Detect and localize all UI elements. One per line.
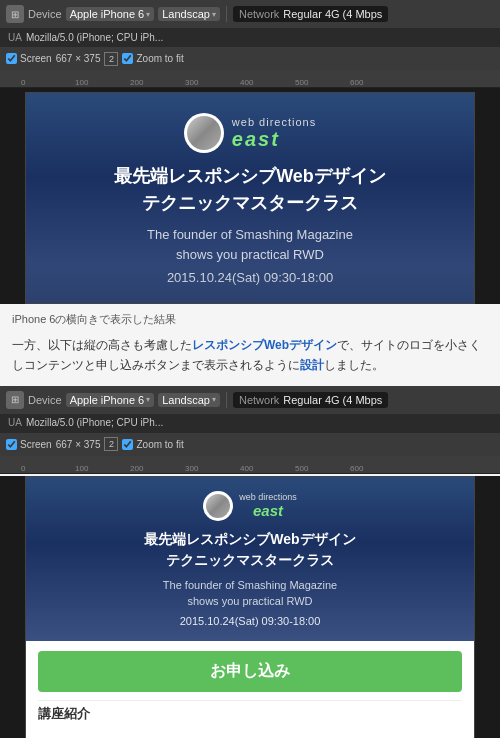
hero-title-2: 最先端レスポンシブWebデザイン テクニックマスタークラス	[42, 529, 458, 571]
screen-check-2[interactable]: Screen	[6, 439, 52, 450]
device-icon-2: ⊞	[6, 391, 24, 409]
logo-area-2: web directions east	[42, 491, 458, 521]
hero-subtitle-1: The founder of Smashing Magazine shows y…	[42, 225, 458, 264]
device-selector[interactable]: Apple iPhone 6 ▾	[66, 7, 155, 21]
ua-bar-2: UA Mozilla/5.0 (iPhone; CPU iPh...	[0, 414, 500, 432]
caption-1: iPhone 6の横向きで表示した結果	[12, 312, 488, 327]
logo-text-1: web directions east	[232, 116, 316, 151]
ua-value-2: Mozilla/5.0 (iPhone; CPU iPh...	[26, 417, 163, 428]
zoom-check-2[interactable]: Zoom to fit	[122, 439, 183, 450]
logo-top-text-1: web directions	[232, 116, 316, 128]
signup-button[interactable]: お申し込み	[38, 651, 462, 692]
logo-east-2: east	[239, 502, 297, 519]
logo-east-text-1: east	[232, 128, 316, 151]
page-body: iPhone 6の横向きで表示した結果 一方、以下は縦の高さも考慮したレスポンシ…	[0, 304, 500, 386]
logo-image-1	[187, 116, 221, 150]
zoom-checkbox-2[interactable]	[122, 439, 133, 450]
network-value-2: Regular 4G (4 Mbps	[283, 394, 382, 406]
logo-circle-1	[184, 113, 224, 153]
logo-area-1: web directions east	[42, 113, 458, 153]
device-label-2: Device	[28, 394, 62, 406]
hero-section-1: web directions east 最先端レスポンシブWebデザイン テクニ…	[26, 93, 474, 303]
sub-toolbar-2: Screen 667 × 375 2 Zoom to fit	[0, 432, 500, 456]
signup-section: お申し込み 講座紹介	[26, 641, 474, 733]
separator-2	[226, 392, 227, 408]
zoom-check[interactable]: Zoom to fit	[122, 53, 183, 64]
box-input-2[interactable]: 2	[104, 437, 118, 451]
orientation-selector[interactable]: Landscap ▾	[158, 7, 220, 21]
ruler-horizontal: 0 100 200 300 400 500 600	[0, 70, 500, 88]
network-panel-2: Network Regular 4G (4 Mbps	[233, 392, 388, 408]
device-label: Device	[28, 8, 62, 20]
screen-checkbox[interactable]	[6, 53, 17, 64]
network-value: Regular 4G (4 Mbps	[283, 8, 382, 20]
screen-checkbox-2[interactable]	[6, 439, 17, 450]
preview-container-2: web directions east 最先端レスポンシブWebデザイン テクニ…	[0, 476, 500, 738]
device-icon: ⊞	[6, 5, 24, 23]
network-label: Network	[239, 8, 279, 20]
hero-title-1: 最先端レスポンシブWebデザイン テクニックマスタークラス	[42, 163, 458, 217]
box-input[interactable]: 2	[104, 52, 118, 66]
toolbar-top: ⊞ Device Apple iPhone 6 ▾ Landscap ▾ Net…	[0, 0, 500, 28]
resolution-2: 667 × 375	[56, 439, 101, 450]
ruler-ticks: 0 100 200 300 400 500 600	[20, 70, 500, 87]
device-selector-2[interactable]: Apple iPhone 6 ▾	[66, 393, 155, 407]
section-intro-label: 講座紹介	[38, 700, 462, 723]
network-label-2: Network	[239, 394, 279, 406]
ua-value: Mozilla/5.0 (iPhone; CPU iPh...	[26, 32, 163, 43]
logo-text-2: web directions east	[239, 492, 297, 519]
device-frame-1: web directions east 最先端レスポンシブWebデザイン テクニ…	[25, 92, 475, 304]
orientation-selector-2[interactable]: Landscap ▾	[158, 393, 220, 407]
ua-label-2: UA	[8, 417, 22, 428]
screen-check[interactable]: Screen	[6, 53, 52, 64]
logo-wd-2: web directions	[239, 492, 297, 502]
hero-city-overlay-1	[26, 263, 474, 303]
ua-bar: UA Mozilla/5.0 (iPhone; CPU iPh...	[0, 28, 500, 46]
ua-label: UA	[8, 32, 22, 43]
ruler-horizontal-2: 0 100 200 300 400 500 600	[0, 456, 500, 474]
network-panel: Network Regular 4G (4 Mbps	[233, 6, 388, 22]
body-text: 一方、以下は縦の高さも考慮したレスポンシブWebデザインで、サイトのロゴを小さく…	[12, 335, 488, 376]
hero-section-2: web directions east 最先端レスポンシブWebデザイン テクニ…	[26, 477, 474, 641]
separator	[226, 6, 227, 22]
preview-container-1: web directions east 最先端レスポンシブWebデザイン テクニ…	[0, 88, 500, 304]
zoom-checkbox[interactable]	[122, 53, 133, 64]
hero-date-2: 2015.10.24(Sat) 09:30-18:00	[42, 615, 458, 627]
resolution: 667 × 375	[56, 53, 101, 64]
dots-row	[26, 733, 474, 738]
ruler-ticks-2: 0 100 200 300 400 500 600	[20, 456, 500, 473]
logo-image-2	[206, 494, 230, 518]
toolbar-2: ⊞ Device Apple iPhone 6 ▾ Landscap ▾ Net…	[0, 386, 500, 414]
sub-toolbar: Screen 667 × 375 2 Zoom to fit	[0, 46, 500, 70]
hero-subtitle-2: The founder of Smashing Magazine shows y…	[42, 577, 458, 610]
device-frame-2: web directions east 最先端レスポンシブWebデザイン テクニ…	[25, 476, 475, 738]
logo-circle-2	[203, 491, 233, 521]
